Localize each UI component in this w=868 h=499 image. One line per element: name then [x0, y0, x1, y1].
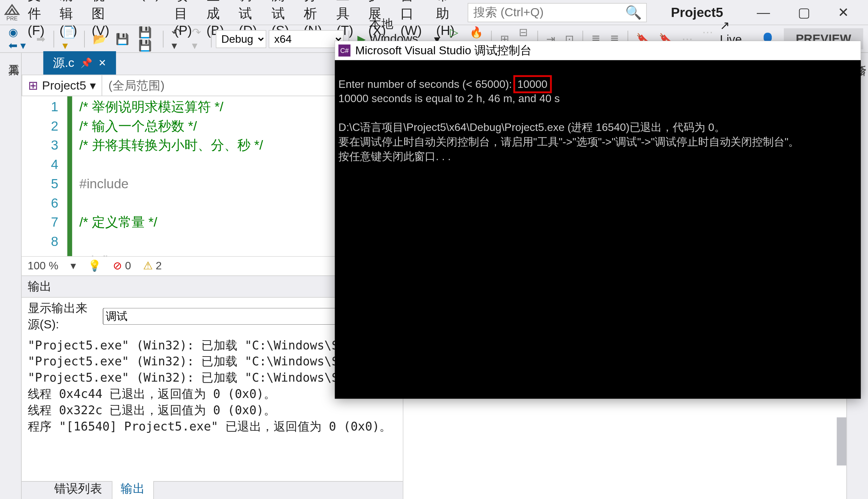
nav-forward-button[interactable]: ➡ — [33, 30, 49, 48]
config-dropdown[interactable]: Debug — [216, 30, 266, 48]
save-button[interactable]: 💾 — [112, 30, 132, 48]
redo-button[interactable]: ↷ ▾ — [188, 23, 206, 54]
console-prompt: Enter number of seconds (< 65000): — [338, 78, 515, 90]
open-button[interactable]: 📂 — [89, 30, 110, 48]
console-anykey: 按任意键关闭此窗口. . . — [338, 150, 451, 162]
error-count[interactable]: ⊘ 0 — [113, 259, 131, 273]
nav-back-button[interactable]: ◉ ⬅ ▾ — [5, 23, 30, 54]
console-body[interactable]: Enter number of seconds (< 65000): 10000… — [335, 60, 860, 166]
new-item-button[interactable]: 📄▾ — [59, 23, 79, 54]
search-box[interactable]: 🔍 — [468, 3, 647, 22]
zoom-level[interactable]: 100 % — [28, 259, 58, 272]
output-source-dropdown[interactable]: 调试 — [103, 308, 362, 325]
platform-dropdown[interactable]: x64 — [269, 30, 344, 48]
debug-console-window: C# Microsoft Visual Studio 调试控制台 Enter n… — [335, 41, 860, 399]
search-icon: 🔍 — [625, 4, 642, 20]
search-input[interactable] — [473, 5, 625, 19]
app-logo: PRE — [4, 1, 21, 24]
change-bar — [67, 96, 72, 256]
bottom-tabs: 错误列表 输出 — [22, 481, 403, 499]
undo-button[interactable]: ↶ ▾ — [168, 23, 186, 54]
console-input-value: 10000 — [515, 77, 550, 92]
tab-source-c[interactable]: 源.c 📌 ✕ — [44, 51, 116, 75]
console-hint: 要在调试停止时自动关闭控制台，请启用"工具"->"选项"->"调试"->"调试停… — [338, 136, 799, 148]
close-tab-icon[interactable]: ✕ — [98, 57, 106, 69]
pin-icon[interactable]: 📌 — [80, 57, 92, 69]
output-source-label: 显示输出来源(S): — [28, 300, 98, 332]
tab-error-list[interactable]: 错误列表 — [46, 478, 111, 499]
lightbulb-icon[interactable]: 💡 — [88, 259, 101, 273]
nav-project-dropdown[interactable]: ⊞ Project5 ▾ — [22, 76, 102, 95]
line-gutter: 1234567891011121314151617181920212223242… — [22, 96, 67, 256]
console-titlebar[interactable]: C# Microsoft Visual Studio 调试控制台 — [335, 41, 860, 60]
save-all-button[interactable]: 💾💾 — [135, 23, 158, 54]
vs-icon: C# — [338, 45, 350, 56]
console-result: 10000 seconds is equal to 2 h, 46 m, and… — [338, 93, 560, 105]
warning-count[interactable]: ⚠ 2 — [143, 259, 162, 273]
scrollbar-thumb[interactable] — [837, 417, 846, 465]
toolbox-tab[interactable]: 工具箱 — [0, 53, 22, 499]
console-exit: D:\C语言项目\Project5\x64\Debug\Project5.exe… — [338, 121, 725, 133]
project-icon: ⊞ — [28, 78, 38, 93]
